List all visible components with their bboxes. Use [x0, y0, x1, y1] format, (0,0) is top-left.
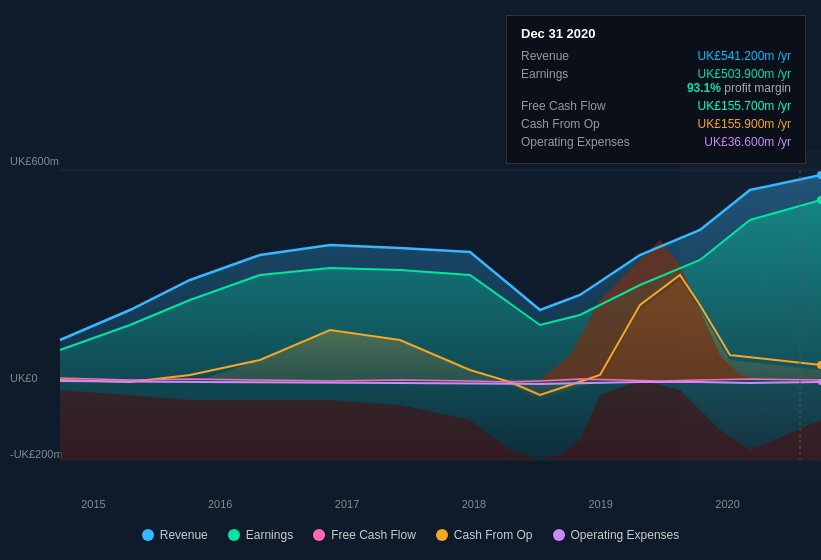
x-label-2019: 2019: [588, 498, 612, 510]
legend-label-opex: Operating Expenses: [571, 528, 680, 542]
tooltip-label-opex: Operating Expenses: [521, 135, 661, 149]
x-label-2020: 2020: [715, 498, 739, 510]
tooltip-row-cashfromop: Cash From Op UK£155.900m /yr: [521, 117, 791, 131]
tooltip-title: Dec 31 2020: [521, 26, 791, 41]
legend-dot-fcf: [313, 529, 325, 541]
tooltip-profit-label: profit margin: [724, 81, 791, 95]
tooltip-value-opex: UK£36.600m /yr: [661, 135, 791, 149]
legend-item-cashfromop[interactable]: Cash From Op: [436, 528, 533, 542]
chart-legend: Revenue Earnings Free Cash Flow Cash Fro…: [0, 520, 821, 550]
tooltip-row-fcf: Free Cash Flow UK£155.700m /yr: [521, 99, 791, 113]
legend-label-cashfromop: Cash From Op: [454, 528, 533, 542]
legend-item-revenue[interactable]: Revenue: [142, 528, 208, 542]
x-label-2016: 2016: [208, 498, 232, 510]
legend-item-opex[interactable]: Operating Expenses: [553, 528, 680, 542]
legend-dot-revenue: [142, 529, 154, 541]
tooltip-label-revenue: Revenue: [521, 49, 661, 63]
legend-item-earnings[interactable]: Earnings: [228, 528, 293, 542]
x-label-2017: 2017: [335, 498, 359, 510]
x-label-2015: 2015: [81, 498, 105, 510]
tooltip-label-earnings: Earnings: [521, 67, 661, 81]
tooltip-value-earnings: UK£503.900m /yr: [687, 67, 791, 81]
tooltip-row-revenue: Revenue UK£541.200m /yr: [521, 49, 791, 63]
legend-item-fcf[interactable]: Free Cash Flow: [313, 528, 416, 542]
tooltip-value-revenue: UK£541.200m /yr: [661, 49, 791, 63]
legend-dot-earnings: [228, 529, 240, 541]
x-label-2018: 2018: [462, 498, 486, 510]
legend-label-fcf: Free Cash Flow: [331, 528, 416, 542]
tooltip-row-earnings: Earnings UK£503.900m /yr 93.1% profit ma…: [521, 67, 791, 95]
tooltip-label-cashfromop: Cash From Op: [521, 117, 661, 131]
tooltip-row-opex: Operating Expenses UK£36.600m /yr: [521, 135, 791, 149]
x-axis: 2015 2016 2017 2018 2019 2020: [0, 498, 821, 510]
tooltip-value-fcf: UK£155.700m /yr: [661, 99, 791, 113]
tooltip-value-cashfromop: UK£155.900m /yr: [661, 117, 791, 131]
tooltip-label-fcf: Free Cash Flow: [521, 99, 661, 113]
tooltip-profit-margin: 93.1%: [687, 81, 721, 95]
legend-dot-cashfromop: [436, 529, 448, 541]
legend-label-earnings: Earnings: [246, 528, 293, 542]
legend-dot-opex: [553, 529, 565, 541]
legend-label-revenue: Revenue: [160, 528, 208, 542]
data-tooltip: Dec 31 2020 Revenue UK£541.200m /yr Earn…: [506, 15, 806, 164]
